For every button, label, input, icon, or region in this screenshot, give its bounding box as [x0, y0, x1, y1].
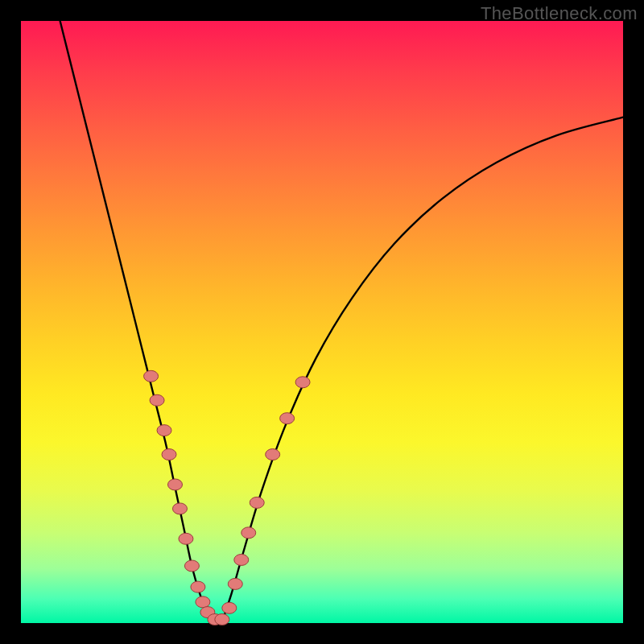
- data-marker: [167, 479, 182, 490]
- data-marker: [222, 602, 237, 613]
- data-marker: [196, 597, 210, 608]
- data-marker: [157, 425, 171, 436]
- data-marker: [228, 578, 242, 589]
- data-marker: [191, 581, 205, 592]
- data-marker: [280, 413, 295, 424]
- plot-area: [21, 21, 623, 623]
- data-marker: [234, 554, 249, 565]
- curve-layer: [21, 21, 623, 623]
- data-marker: [250, 497, 264, 508]
- data-marker: [179, 533, 193, 544]
- curve-right-branch: [223, 118, 623, 621]
- data-marker: [295, 377, 310, 388]
- chart-frame: TheBottleneck.com: [0, 0, 644, 644]
- data-marker: [215, 614, 229, 625]
- curve-left-branch: [60, 21, 211, 620]
- data-marker: [242, 527, 256, 539]
- data-marker: [144, 370, 159, 382]
- data-marker: [150, 394, 164, 406]
- data-marker: [266, 449, 280, 460]
- data-marker: [162, 449, 176, 460]
- data-marker: [172, 503, 187, 514]
- data-marker: [184, 560, 199, 572]
- watermark: TheBottleneck.com: [481, 3, 638, 24]
